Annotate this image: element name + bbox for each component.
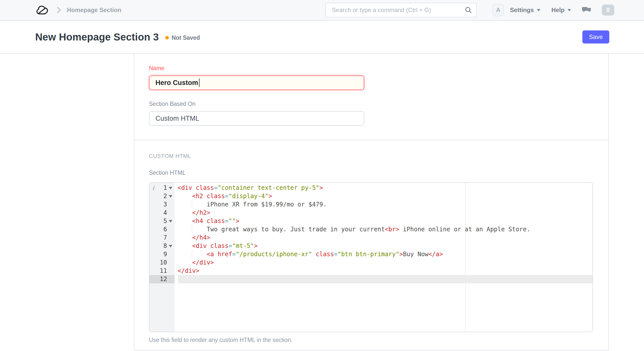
code-text: <div class="container text-center py-5"> bbox=[175, 184, 592, 192]
help-label: Help bbox=[551, 7, 565, 14]
status-indicator: Not Saved bbox=[165, 34, 200, 41]
code-text: <a href="/products/iphone-xr" class="btn… bbox=[175, 250, 592, 258]
code-line[interactable]: 4 </h2> bbox=[149, 209, 592, 217]
code-line[interactable]: 2 <h2 class="display-4"> bbox=[149, 192, 592, 200]
line-number: 9 bbox=[149, 250, 175, 258]
fold-icon[interactable] bbox=[169, 195, 172, 198]
code-line[interactable]: 9 <a href="/products/iphone-xr" class="b… bbox=[149, 250, 592, 258]
line-number: 12 bbox=[149, 275, 175, 283]
code-text: iPhone XR from $19.99/mo or $479. bbox=[175, 200, 592, 209]
name-field-label: Name bbox=[149, 65, 608, 72]
avatar-letter: A bbox=[496, 7, 500, 14]
field-help-text: Use this field to render any custom HTML… bbox=[149, 337, 608, 343]
fold-icon[interactable] bbox=[169, 220, 172, 223]
code-editor[interactable]: i1<div class="container text-center py-5… bbox=[149, 182, 593, 332]
code-text: <h4 class=""> bbox=[175, 217, 592, 225]
fold-icon[interactable] bbox=[169, 187, 172, 189]
field-gap bbox=[149, 90, 608, 101]
breadcrumb[interactable]: Homepage Section bbox=[67, 7, 121, 14]
based-on-input-value: Custom HTML bbox=[155, 115, 199, 122]
code-text: </h4> bbox=[175, 234, 592, 242]
form-section-custom-html: CUSTOM HTML Section HTML i1<div class="c… bbox=[134, 140, 608, 350]
breadcrumb-chevron-icon bbox=[56, 7, 61, 14]
code-line[interactable]: 3 iPhone XR from $19.99/mo or $479. bbox=[149, 200, 592, 209]
fold-icon[interactable] bbox=[169, 245, 172, 247]
page-title: New Homepage Section 3 bbox=[35, 31, 159, 43]
line-number: 8 bbox=[149, 242, 175, 250]
based-on-field-label: Section Based On bbox=[149, 101, 608, 107]
text-cursor bbox=[199, 78, 199, 87]
user-avatar[interactable]: A bbox=[492, 4, 504, 16]
code-line[interactable]: 11</div> bbox=[149, 267, 592, 275]
line-number: i1 bbox=[149, 184, 175, 192]
page-body: Name Hero Custom Section Based On Custom… bbox=[0, 54, 644, 350]
chat-button[interactable] bbox=[581, 5, 592, 15]
code-line[interactable]: 6 Two great ways to buy. Just trade in y… bbox=[149, 225, 592, 234]
line-number: 11 bbox=[149, 267, 175, 275]
code-line[interactable]: 10 </div> bbox=[149, 258, 592, 267]
code-line[interactable]: 5 <h4 class=""> bbox=[149, 217, 592, 225]
save-button[interactable]: Save bbox=[582, 30, 609, 43]
line-number: 7 bbox=[149, 234, 175, 242]
code-text bbox=[175, 275, 592, 283]
info-icon: i bbox=[152, 184, 154, 192]
indent-guide bbox=[192, 251, 192, 258]
line-number: 3 bbox=[149, 200, 175, 209]
code-line[interactable]: 7 </h4> bbox=[149, 234, 592, 242]
line-number: 10 bbox=[149, 258, 175, 267]
search-input[interactable] bbox=[325, 3, 477, 17]
indent-guide bbox=[192, 226, 192, 233]
name-input[interactable]: Hero Custom bbox=[149, 75, 364, 90]
line-number: 4 bbox=[149, 209, 175, 217]
chat-bubbles-icon bbox=[581, 5, 592, 15]
app-logo-cloud-icon[interactable] bbox=[35, 4, 49, 16]
name-input-value: Hero Custom bbox=[155, 79, 198, 87]
code-line[interactable]: 8 <div class="mt-5"> bbox=[149, 242, 592, 250]
code-text: Two great ways to buy. Just trade in you… bbox=[175, 225, 592, 234]
settings-menu[interactable]: Settings bbox=[510, 7, 540, 14]
chevron-down-icon bbox=[568, 9, 571, 11]
status-text: Not Saved bbox=[172, 34, 200, 41]
help-menu[interactable]: Help bbox=[551, 7, 571, 14]
notification-count: 0 bbox=[606, 7, 610, 14]
code-text: </div> bbox=[175, 258, 592, 267]
page-head: New Homepage Section 3 Not Saved Save bbox=[0, 21, 644, 54]
code-text: </h2> bbox=[175, 209, 592, 217]
settings-label: Settings bbox=[510, 7, 534, 14]
global-search bbox=[325, 3, 477, 17]
search-icon bbox=[465, 6, 472, 14]
form-section-main: Name Hero Custom Section Based On Custom… bbox=[134, 54, 608, 140]
custom-html-section-heading: CUSTOM HTML bbox=[149, 153, 608, 159]
code-line[interactable]: 12 bbox=[149, 275, 592, 283]
line-number: 6 bbox=[149, 225, 175, 234]
status-dot-icon bbox=[165, 36, 169, 39]
chevron-down-icon bbox=[537, 9, 540, 11]
code-text: </div> bbox=[175, 267, 592, 275]
navbar: Homepage Section A Settings Help 0 bbox=[0, 0, 644, 21]
line-number: 2 bbox=[149, 192, 175, 200]
line-number: 5 bbox=[149, 217, 175, 225]
code-text: <h2 class="display-4"> bbox=[175, 192, 592, 200]
indent-guide bbox=[192, 201, 192, 208]
section-based-on-input[interactable]: Custom HTML bbox=[149, 111, 364, 126]
code-lines: i1<div class="container text-center py-5… bbox=[149, 183, 592, 283]
form-column: Name Hero Custom Section Based On Custom… bbox=[134, 54, 609, 350]
section-html-label: Section HTML bbox=[149, 169, 608, 176]
code-line[interactable]: i1<div class="container text-center py-5… bbox=[149, 184, 592, 192]
notification-badge[interactable]: 0 bbox=[602, 5, 614, 16]
code-text: <div class="mt-5"> bbox=[175, 242, 592, 250]
